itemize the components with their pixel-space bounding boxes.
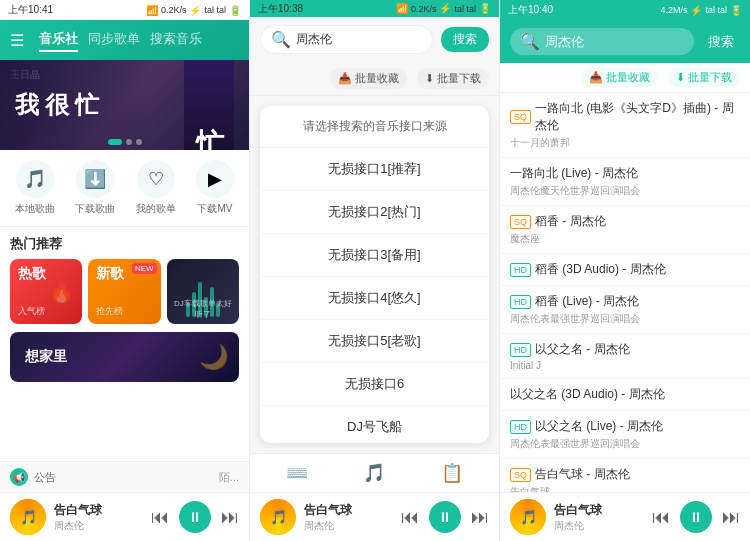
func-local-label: 本地歌曲 — [15, 202, 55, 216]
middle-search-input[interactable] — [296, 33, 422, 47]
middle-search-box[interactable]: 🔍 — [260, 25, 433, 54]
middle-action-bar: 📥 批量收藏 ⬇ 批量下载 — [250, 62, 499, 96]
song-item-4[interactable]: HD 稻香 (Live) - 周杰伦 周杰伦表最强世界巡回演唱会 — [500, 286, 750, 334]
song-title: 以父之名 - 周杰伦 — [535, 341, 630, 358]
right-collect-label: 批量收藏 — [606, 70, 650, 85]
mid-collect-button[interactable]: 📥 批量收藏 — [330, 68, 407, 89]
source-item-6[interactable]: DJ号飞船 — [260, 406, 489, 443]
hero-banner[interactable]: 王日晶 我很忙 忙 — [0, 60, 249, 150]
right-search-box[interactable]: 🔍 — [510, 28, 694, 55]
banner2[interactable]: 想家里 🌙 — [10, 332, 239, 382]
right-panel: 上午10:40 4.2M/s ⚡ tal tal 🔋 🔍 搜索 📥 批量收藏 ⬇… — [500, 0, 750, 541]
middle-player-controls: ⏮ ⏸ ⏭ — [401, 501, 489, 533]
prev-button-left[interactable]: ⏮ — [151, 507, 169, 528]
source-item-0[interactable]: 无损接口1[推荐] — [260, 148, 489, 191]
right-wifi: ⚡ — [690, 5, 702, 16]
left-player-info: 告白气球 周杰伦 — [54, 502, 143, 533]
mid-download-button[interactable]: ⬇ 批量下载 — [417, 68, 489, 89]
song-item-3[interactable]: HD 稻香 (3D Audio) - 周杰伦 — [500, 254, 750, 286]
tab-sync-playlist[interactable]: 同步歌单 — [88, 28, 140, 52]
func-download-mv[interactable]: ▶ 下载MV — [196, 160, 234, 216]
song-sub: 十一月的萧邦 — [510, 136, 740, 150]
quality-badge: HD — [510, 295, 531, 309]
song-item-8[interactable]: SQ 告白气球 - 周杰伦 告白气球 — [500, 459, 750, 492]
quality-badge: SQ — [510, 468, 531, 482]
battery-icon: 🔋 — [229, 5, 241, 16]
prev-button-right[interactable]: ⏮ — [652, 507, 670, 528]
mid-search-icon: 🔍 — [271, 30, 291, 49]
next-button-left[interactable]: ⏭ — [221, 507, 239, 528]
right-action-bar: 📥 批量收藏 ⬇ 批量下载 — [500, 63, 750, 93]
right-download-button[interactable]: ⬇ 批量下载 — [668, 68, 740, 87]
play-pause-button-right[interactable]: ⏸ — [680, 501, 712, 533]
right-search-input[interactable] — [545, 34, 684, 49]
mid-nav-icon-2[interactable]: 🎵 — [363, 462, 385, 484]
quality-badge: SQ — [510, 110, 531, 124]
collect-icon: 📥 — [338, 72, 352, 85]
source-item-5[interactable]: 无损接口6 — [260, 363, 489, 406]
next-button-mid[interactable]: ⏭ — [471, 507, 489, 528]
song-title-row: HD 稻香 (3D Audio) - 周杰伦 — [510, 261, 740, 278]
song-title-row: SQ 稻香 - 周杰伦 — [510, 213, 740, 230]
source-item-1[interactable]: 无损接口2[热门] — [260, 191, 489, 234]
right-collect-button[interactable]: 📥 批量收藏 — [581, 68, 658, 87]
func-local-songs[interactable]: 🎵 本地歌曲 — [15, 160, 55, 216]
right-tail: tal tal — [705, 5, 727, 15]
tab-search-music[interactable]: 搜索音乐 — [150, 28, 202, 52]
middle-header: 🔍 搜索 — [250, 17, 499, 62]
next-button-right[interactable]: ⏭ — [722, 507, 740, 528]
notice-text: 陌... — [219, 470, 239, 485]
song-item-1[interactable]: 一路向北 (Live) - 周杰伦 周杰伦魔天伦世界巡回演唱会 — [500, 158, 750, 206]
right-player-info: 告白气球 周杰伦 — [554, 502, 644, 533]
song-sub: 周杰伦表最强世界巡回演唱会 — [510, 437, 740, 451]
play-pause-button-mid[interactable]: ⏸ — [429, 501, 461, 533]
hot-card-sub-2: DJ车载歌单太好听了 — [171, 298, 235, 320]
left-player-bar: 🎵 告白气球 周杰伦 ⏮ ⏸ ⏭ — [0, 492, 249, 541]
song-title: 告白气球 - 周杰伦 — [535, 466, 630, 483]
song-title-row: 以父之名 (3D Audio) - 周杰伦 — [510, 386, 740, 403]
quality-badge: HD — [510, 343, 531, 357]
right-player-avatar[interactable]: 🎵 — [510, 499, 546, 535]
right-search-button[interactable]: 搜索 — [702, 31, 740, 53]
mid-signal-icon: 📶 — [396, 3, 408, 14]
hot-card-sub-1: 抢先榜 — [96, 305, 123, 318]
song-title: 以父之名 (Live) - 周杰伦 — [535, 418, 663, 435]
middle-time: 上午10:38 — [258, 2, 303, 16]
left-player-controls: ⏮ ⏸ ⏭ — [151, 501, 239, 533]
song-item-2[interactable]: SQ 稻香 - 周杰伦 魔杰座 — [500, 206, 750, 254]
song-item-6[interactable]: 以父之名 (3D Audio) - 周杰伦 — [500, 379, 750, 411]
mid-nav-icon-1[interactable]: ⌨️ — [286, 462, 308, 484]
tail-text: tal tal — [204, 5, 226, 15]
song-title: 稻香 (Live) - 周杰伦 — [535, 293, 639, 310]
local-song-icon: 🎵 — [16, 160, 54, 198]
source-item-4[interactable]: 无损接口5[老歌] — [260, 320, 489, 363]
hot-card-dj[interactable]: DJ车载歌单太好听了 — [167, 259, 239, 324]
song-item-7[interactable]: HD 以父之名 (Live) - 周杰伦 周杰伦表最强世界巡回演唱会 — [500, 411, 750, 459]
middle-search-button[interactable]: 搜索 — [441, 27, 489, 52]
func-download-label: 下载歌曲 — [75, 202, 115, 216]
hot-card-sub-0: 入气榜 — [18, 305, 45, 318]
new-badge: NEW — [132, 263, 157, 274]
left-player-avatar[interactable]: 🎵 — [10, 499, 46, 535]
middle-player-avatar[interactable]: 🎵 — [260, 499, 296, 535]
source-item-2[interactable]: 无损接口3[备用] — [260, 234, 489, 277]
right-player-title: 告白气球 — [554, 502, 644, 519]
mid-nav-icon-3[interactable]: 📋 — [441, 462, 463, 484]
left-header: ☰ 音乐社 同步歌单 搜索音乐 — [0, 20, 249, 60]
func-my-playlist[interactable]: ♡ 我的歌单 — [136, 160, 176, 216]
mid-network-speed: 0.2K/s — [411, 4, 437, 14]
hot-grid: 热歌 入气榜 🔥 NEW 新歌 抢先榜 DJ车载歌单太好听了 — [0, 259, 249, 324]
func-download-songs[interactable]: ⬇️ 下载歌曲 — [75, 160, 115, 216]
song-title-row: HD 以父之名 (Live) - 周杰伦 — [510, 418, 740, 435]
song-item-5[interactable]: HD 以父之名 - 周杰伦 Initial J — [500, 334, 750, 379]
hot-card-new-songs[interactable]: NEW 新歌 抢先榜 — [88, 259, 160, 324]
play-pause-button-left[interactable]: ⏸ — [179, 501, 211, 533]
tab-music-community[interactable]: 音乐社 — [39, 28, 78, 52]
menu-icon[interactable]: ☰ — [10, 31, 24, 50]
right-time: 上午10:40 — [508, 3, 553, 17]
network-speed: 0.2K/s — [161, 5, 187, 15]
hot-card-hot-songs[interactable]: 热歌 入气榜 🔥 — [10, 259, 82, 324]
prev-button-mid[interactable]: ⏮ — [401, 507, 419, 528]
song-item-0[interactable]: SQ 一路向北 (电影《头文字D》插曲) - 周杰伦 十一月的萧邦 — [500, 93, 750, 158]
source-item-3[interactable]: 无损接口4[悠久] — [260, 277, 489, 320]
